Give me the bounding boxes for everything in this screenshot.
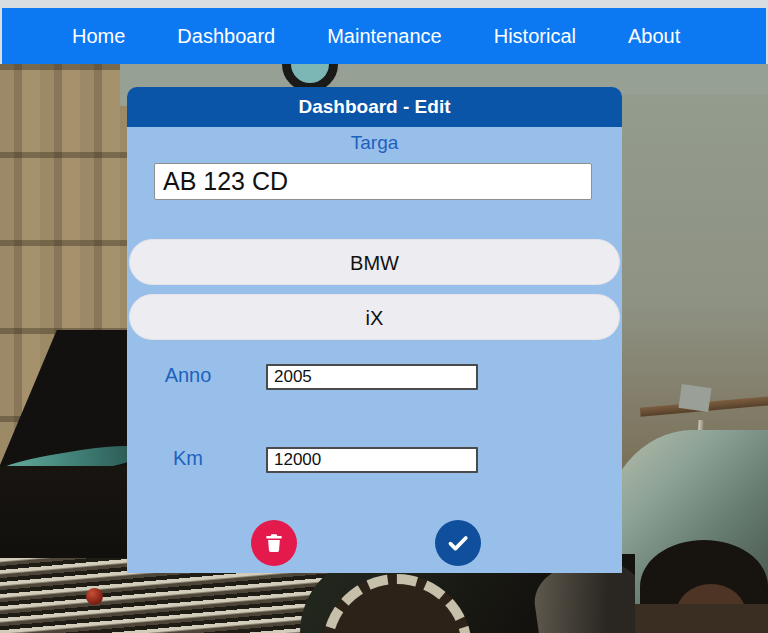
confirm-button[interactable] — [435, 520, 481, 566]
nav-item-about[interactable]: About — [628, 8, 680, 64]
background-grille-light — [86, 588, 103, 605]
km-label: Km — [127, 447, 249, 470]
edit-dialog: Dashboard - Edit Targa BMW iX Anno Km — [127, 87, 622, 573]
delete-button[interactable] — [251, 520, 297, 566]
km-input[interactable] — [266, 447, 478, 473]
targa-input[interactable] — [154, 163, 592, 200]
anno-input[interactable] — [266, 364, 478, 390]
brand-select[interactable]: BMW — [129, 239, 620, 285]
nav-item-historical[interactable]: Historical — [494, 8, 576, 64]
background-whitewall-tire — [322, 574, 472, 633]
top-navbar: Home Dashboard Maintenance Historical Ab… — [2, 8, 766, 64]
targa-label: Targa — [127, 132, 622, 154]
nav-item-maintenance[interactable]: Maintenance — [327, 8, 442, 64]
background-metal-fitting — [678, 384, 711, 412]
anno-row: Anno — [127, 364, 622, 391]
app-window: Home Dashboard Maintenance Historical Ab… — [0, 0, 768, 633]
km-row: Km — [127, 447, 622, 474]
dialog-title: Dashboard - Edit — [127, 87, 622, 127]
nav-item-home[interactable]: Home — [72, 8, 125, 64]
check-icon — [445, 530, 471, 556]
anno-label: Anno — [127, 364, 249, 387]
dialog-body: Targa BMW iX Anno Km — [127, 127, 622, 573]
trash-icon — [263, 532, 285, 554]
background-wall-right — [612, 94, 768, 474]
model-select[interactable]: iX — [129, 294, 620, 340]
nav-item-dashboard[interactable]: Dashboard — [177, 8, 275, 64]
